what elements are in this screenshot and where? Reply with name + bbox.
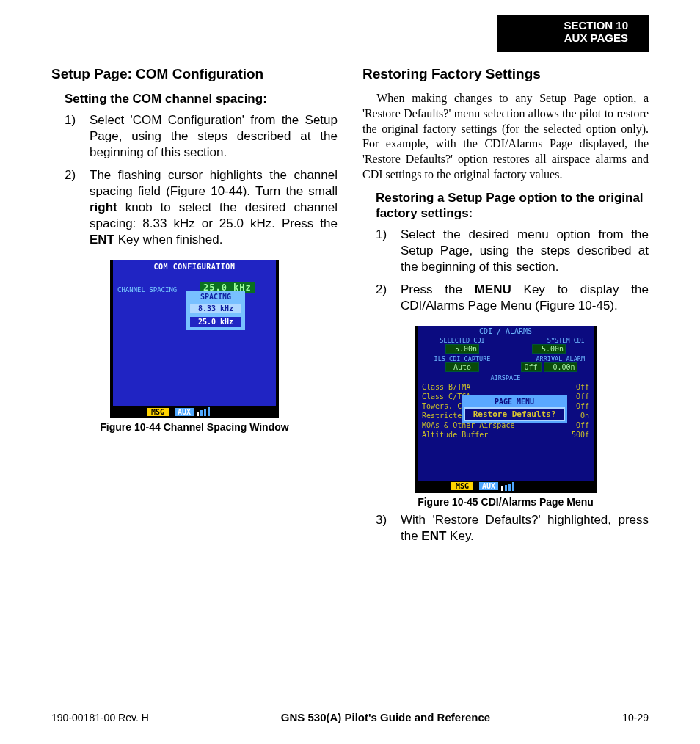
footer-center: GNS 530(A) Pilot's Guide and Reference	[281, 711, 490, 723]
airspace-label: AIRSPACE	[418, 372, 594, 382]
footer-right: 10-29	[622, 712, 649, 723]
figure-caption: Figure 10-45 CDI/Alarms Page Menu	[362, 496, 649, 508]
spacing-option-2: 25.0 kHz	[189, 316, 243, 328]
figure-10-45: CDI / ALARMS SELECTED CDI 5.00n SYSTEM C…	[362, 326, 649, 508]
status-bar: MSG AUX	[415, 481, 597, 492]
step-text: Select the desired menu option from the …	[401, 227, 649, 275]
restore-defaults-item: Restore Defaults?	[464, 407, 565, 421]
section-line-1: SECTION 10	[564, 19, 628, 32]
right-column: Restoring Factory Settings When making c…	[362, 66, 649, 550]
right-subheading: Restoring a Setup Page option to the ori…	[376, 190, 649, 222]
msg-indicator: MSG	[147, 408, 169, 416]
device-screenshot: COM CONFIGURATION CHANNEL SPACING 25.0 k…	[110, 260, 279, 418]
page-menu-popup: PAGE MENU Restore Defaults?	[462, 395, 567, 423]
page-menu-title: PAGE MENU	[463, 397, 566, 406]
section-line-2: AUX PAGES	[564, 32, 628, 44]
ils-value: Auto	[445, 362, 479, 372]
footer-left: 190-00181-00 Rev. H	[51, 712, 149, 723]
right-step-3: 3) With 'Restore Defaults?' highlighted,…	[376, 512, 649, 544]
ils-label: ILS CDI CAPTURE	[422, 354, 503, 362]
section-header: SECTION 10 AUX PAGES	[497, 15, 649, 52]
list-item: 3) With 'Restore Defaults?' highlighted,…	[376, 512, 649, 544]
system-cdi-label: SYSTEM CDI	[508, 335, 589, 344]
spacing-option-1: 8.33 kHz	[189, 302, 243, 315]
status-bar: MSG AUX	[110, 406, 279, 417]
step-text: With 'Restore Defaults?' highlighted, pr…	[401, 512, 649, 544]
arrival-dist: 0.00n	[544, 362, 577, 372]
page-bars-icon	[197, 407, 210, 416]
channel-spacing-label: CHANNEL SPACING	[117, 286, 177, 293]
msg-indicator: MSG	[451, 482, 473, 490]
aux-indicator: AUX	[479, 482, 498, 490]
step-text: Select 'COM Configuration' from the Setu…	[90, 112, 338, 161]
list-item: Class B/TMAOff	[422, 382, 589, 392]
page-footer: 190-00181-00 Rev. H GNS 530(A) Pilot's G…	[51, 711, 649, 723]
screen-title: CDI / ALARMS	[418, 326, 594, 335]
left-subheading: Setting the COM channel spacing:	[65, 91, 338, 106]
page-bars-icon	[501, 482, 514, 491]
arrival-label: ARRIVAL ALARM	[508, 354, 589, 362]
right-steps-12: 1) Select the desired menu option from t…	[376, 227, 649, 313]
figure-caption: Figure 10-44 Channel Spacing Window	[51, 421, 338, 433]
system-cdi-value: 5.00n	[532, 344, 566, 354]
screen-title: COM CONFIGURATION	[113, 260, 276, 271]
arrival-off: Off	[521, 362, 542, 372]
step-text: The flashing cursor highlights the chann…	[90, 167, 338, 248]
selected-cdi-label: SELECTED CDI	[422, 335, 503, 344]
left-heading: Setup Page: COM Configuration	[51, 66, 338, 82]
popup-title: SPACING	[188, 292, 244, 302]
right-heading: Restoring Factory Settings	[362, 66, 649, 82]
spacing-popup: SPACING 8.33 kHz 25.0 kHz	[186, 291, 245, 330]
list-item: 1) Select the desired menu option from t…	[376, 227, 649, 275]
left-steps: 1) Select 'COM Configuration' from the S…	[65, 112, 338, 248]
figure-10-44: COM CONFIGURATION CHANNEL SPACING 25.0 k…	[51, 260, 338, 433]
aux-indicator: AUX	[175, 408, 194, 416]
body-paragraph: When making changes to any Setup Page op…	[362, 91, 649, 183]
list-item: Altitude Buffer500f	[422, 430, 589, 440]
list-item: 1) Select 'COM Configuration' from the S…	[65, 112, 338, 161]
device-screenshot: CDI / ALARMS SELECTED CDI 5.00n SYSTEM C…	[415, 326, 597, 493]
list-item: 2) Press the MENU Key to display the CDI…	[376, 282, 649, 314]
list-item: 2) The flashing cursor highlights the ch…	[65, 167, 338, 248]
selected-cdi-value: 5.00n	[445, 344, 479, 354]
left-column: Setup Page: COM Configuration Setting th…	[51, 66, 338, 550]
step-text: Press the MENU Key to display the CDI/Al…	[401, 282, 649, 314]
